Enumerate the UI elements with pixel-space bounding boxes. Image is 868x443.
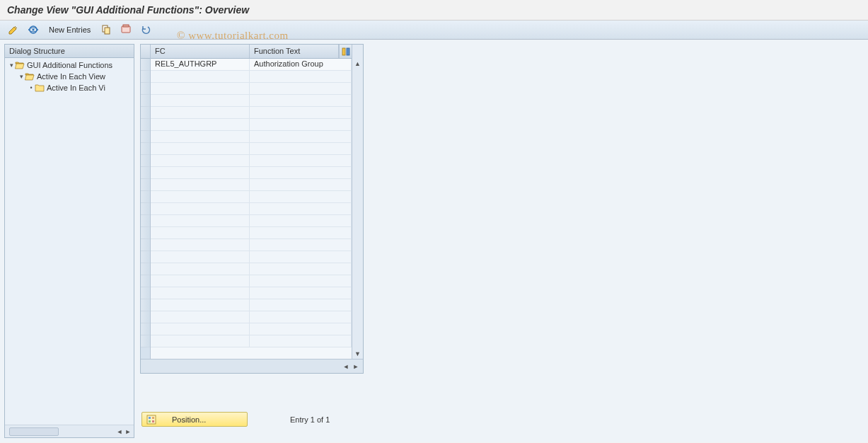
cell-function-text[interactable]: [250, 155, 352, 166]
cell-function-text[interactable]: Authorization Group: [250, 59, 352, 70]
table-row[interactable]: [151, 335, 352, 347]
cell-fc[interactable]: [151, 191, 250, 202]
cell-fc[interactable]: [151, 179, 250, 190]
cell-fc[interactable]: REL5_AUTHGRP: [151, 59, 250, 70]
cell-function-text[interactable]: [250, 311, 352, 323]
cell-fc[interactable]: [151, 323, 250, 335]
row-selector[interactable]: [141, 263, 150, 275]
tree-caret-icon[interactable]: ▾: [8, 62, 15, 69]
cell-function-text[interactable]: [250, 119, 352, 130]
row-selector[interactable]: [141, 167, 150, 179]
tree-scrollbar[interactable]: ◄ ►: [5, 425, 134, 437]
cell-function-text[interactable]: [250, 335, 352, 347]
cell-fc[interactable]: [151, 251, 250, 263]
cell-fc[interactable]: [151, 95, 250, 106]
table-row[interactable]: [151, 119, 352, 131]
scroll-right-icon[interactable]: ►: [352, 362, 360, 371]
cell-function-text[interactable]: [250, 107, 352, 118]
row-selector[interactable]: [141, 107, 150, 119]
row-selector[interactable]: [141, 275, 150, 287]
cell-function-text[interactable]: [250, 251, 352, 263]
cell-fc[interactable]: [151, 335, 250, 347]
cell-function-text[interactable]: [250, 83, 352, 94]
tree-scroll-left-icon[interactable]: ◄: [115, 427, 124, 436]
cell-function-text[interactable]: [250, 263, 352, 275]
table-row[interactable]: [151, 95, 352, 107]
row-selector[interactable]: [141, 335, 150, 347]
row-selector[interactable]: [141, 83, 150, 95]
table-row[interactable]: [151, 191, 352, 203]
table-row[interactable]: [151, 131, 352, 143]
tree-item[interactable]: •Active In Each Vi: [5, 82, 134, 93]
row-selector[interactable]: [141, 143, 150, 155]
cell-function-text[interactable]: [250, 95, 352, 106]
row-selector[interactable]: [141, 131, 150, 143]
tree-caret-icon[interactable]: ▾: [18, 73, 25, 80]
cell-function-text[interactable]: [250, 299, 352, 311]
table-row[interactable]: [151, 179, 352, 191]
cell-fc[interactable]: [151, 287, 250, 299]
cell-fc[interactable]: [151, 155, 250, 166]
table-row[interactable]: [151, 287, 352, 299]
cell-fc[interactable]: [151, 131, 250, 142]
table-row[interactable]: [151, 167, 352, 179]
cell-function-text[interactable]: [250, 275, 352, 287]
table-row[interactable]: [151, 239, 352, 251]
row-selector[interactable]: [141, 119, 150, 131]
column-header-fc[interactable]: FC: [151, 45, 250, 58]
cell-function-text[interactable]: [250, 323, 352, 335]
row-selector[interactable]: [141, 239, 150, 251]
row-selector[interactable]: [141, 203, 150, 215]
scroll-up-icon[interactable]: ▲: [353, 59, 363, 69]
row-selector[interactable]: [141, 191, 150, 203]
dialog-structure-tree[interactable]: ▾GUI Additional Functions▾Active In Each…: [5, 58, 134, 425]
table-row[interactable]: [151, 155, 352, 167]
table-row[interactable]: [151, 227, 352, 239]
table-row[interactable]: [151, 215, 352, 227]
new-entries-button[interactable]: New Entries: [45, 23, 94, 37]
cell-fc[interactable]: [151, 227, 250, 238]
cell-fc[interactable]: [151, 311, 250, 323]
table-row[interactable]: [151, 251, 352, 263]
row-selector[interactable]: [141, 251, 150, 263]
row-selector[interactable]: [141, 215, 150, 227]
tree-item[interactable]: ▾Active In Each View: [5, 71, 134, 82]
table-row[interactable]: [151, 299, 352, 311]
table-row[interactable]: [151, 263, 352, 275]
cell-function-text[interactable]: [250, 203, 352, 214]
cell-function-text[interactable]: [250, 167, 352, 178]
row-selector[interactable]: [141, 71, 150, 83]
row-selector[interactable]: [141, 227, 150, 239]
row-selector[interactable]: [141, 299, 150, 311]
delete-icon[interactable]: [118, 23, 134, 37]
cell-fc[interactable]: [151, 143, 250, 154]
table-row[interactable]: [151, 311, 352, 323]
tree-hscroll-thumb[interactable]: [9, 427, 59, 436]
table-row[interactable]: [151, 143, 352, 155]
table-row[interactable]: REL5_AUTHGRPAuthorization Group: [151, 59, 352, 71]
table-row[interactable]: [151, 107, 352, 119]
cell-fc[interactable]: [151, 107, 250, 118]
scroll-left-icon[interactable]: ◄: [342, 362, 350, 371]
table-row[interactable]: [151, 71, 352, 83]
cell-function-text[interactable]: [250, 71, 352, 82]
undo-icon[interactable]: [138, 23, 154, 37]
table-vertical-scrollbar[interactable]: ▲ ▼: [352, 45, 363, 359]
scroll-down-icon[interactable]: ▼: [353, 349, 363, 359]
cell-function-text[interactable]: [250, 239, 352, 251]
cell-function-text[interactable]: [250, 131, 352, 142]
cell-function-text[interactable]: [250, 191, 352, 202]
cell-fc[interactable]: [151, 263, 250, 275]
cell-function-text[interactable]: [250, 227, 352, 238]
cell-function-text[interactable]: [250, 179, 352, 190]
cell-function-text[interactable]: [250, 215, 352, 226]
column-header-function-text[interactable]: Function Text: [250, 45, 339, 58]
cell-fc[interactable]: [151, 239, 250, 251]
row-selector[interactable]: [141, 95, 150, 107]
cell-function-text[interactable]: [250, 287, 352, 299]
change-icon[interactable]: [6, 23, 21, 37]
table-row[interactable]: [151, 323, 352, 335]
cell-fc[interactable]: [151, 71, 250, 82]
copy-icon[interactable]: [98, 23, 114, 37]
cell-fc[interactable]: [151, 215, 250, 226]
